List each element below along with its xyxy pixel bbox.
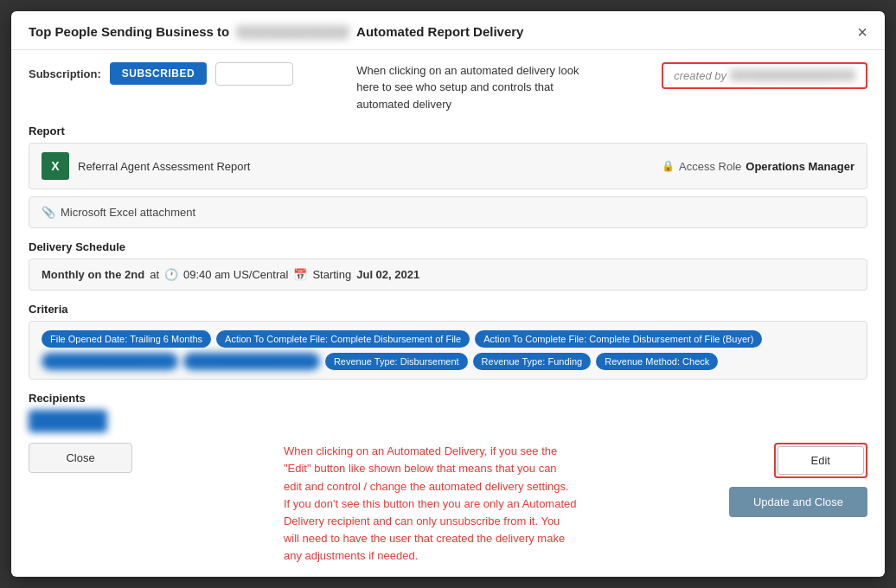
modal-body: Subscription: SUBSCRIBED When clicking o… [11,50,885,577]
criteria-tag-4: Revenue Type: Disbursement [325,353,468,370]
tooltip-text: When clicking on an automated delivery l… [348,62,607,113]
recipients-label: Recipients [29,392,867,405]
top-row: Subscription: SUBSCRIBED When clicking o… [29,62,867,113]
update-close-button[interactable]: Update and Close [729,487,867,517]
modal-title: Top People Sending Business to █████████… [29,24,523,39]
modal-dialog: Top People Sending Business to █████████… [11,11,885,577]
edit-button-wrapper: Edit [774,443,867,478]
annotation-text: When clicking on an Automated Delivery, … [284,443,578,565]
bottom-right: Edit Update and Close [729,443,867,517]
close-icon-button[interactable]: × [857,23,867,41]
title-blurred: ████████████ [236,25,349,39]
criteria-tag-5: Revenue Type: Funding [473,353,592,370]
created-by-label: created by [674,69,726,82]
criteria-tag-3: Action To Complete File: Complete Disbur… [475,330,762,348]
close-button[interactable]: Close [29,443,132,473]
bottom-left: Close [29,443,132,473]
access-role: 🔒 Access Role Operations Manager [662,160,854,173]
criteria-tag-blurred-2: ░░░░░░░░░░ [183,353,320,370]
report-section-label: Report [29,125,867,137]
modal-overlay: Top People Sending Business to █████████… [0,0,896,588]
recipient-chip: ██████ [29,410,107,432]
modal-header: Top People Sending Business to █████████… [11,11,885,50]
created-by-box: created by ██████████ [662,62,867,89]
delivery-section-label: Delivery Schedule [29,240,867,253]
criteria-box: File Opened Date: Trailing 6 Months Acti… [29,321,867,380]
criteria-tag-2: Action To Complete File: Complete Disbur… [216,330,470,348]
schedule-text: Monthly on the 2nd [42,268,144,281]
access-prefix: Access Role [679,160,741,173]
attachment-label: Microsoft Excel attachment [61,206,195,219]
report-left: X Referral Agent Assessment Report [42,152,250,180]
bottom-row: Close When clicking on an Automated Deli… [29,443,867,565]
delivery-box: Monthly on the 2nd at 🕐 09:40 am US/Cent… [29,259,867,291]
recipients-section: Recipients ██████ [29,392,867,432]
subscription-area: Subscription: SUBSCRIBED [29,62,293,86]
paperclip-icon: 📎 [42,206,55,219]
excel-icon: X [42,152,69,180]
subscribed-button[interactable]: SUBSCRIBED [110,62,207,85]
attachment-box: 📎 Microsoft Excel attachment [29,196,867,228]
criteria-section-label: Criteria [29,303,867,316]
lock-icon: 🔒 [662,160,675,172]
report-name: Referral Agent Assessment Report [78,160,250,173]
subscription-input[interactable] [215,62,293,86]
clock-icon: 🕐 [164,268,178,281]
criteria-tag-6: Revenue Method: Check [596,353,718,370]
edit-button[interactable]: Edit [778,446,864,475]
subscription-label: Subscription: [29,67,101,80]
schedule-date: Jul 02, 2021 [356,268,419,281]
schedule-time: 09:40 am US/Central [183,268,288,281]
criteria-tag-1: File Opened Date: Trailing 6 Months [42,330,211,348]
criteria-tag-blurred-1: ░░░░░░░░░░ [42,353,178,370]
title-suffix: Automated Report Delivery [356,24,523,39]
report-box: X Referral Agent Assessment Report 🔒 Acc… [29,143,867,189]
starting-text: Starting [312,268,351,281]
created-by-name-blurred: ██████████ [730,69,855,81]
access-role-value: Operations Manager [746,160,854,173]
title-prefix: Top People Sending Business to [29,24,229,39]
calendar-icon: 📅 [293,268,307,281]
at-text: at [150,268,159,281]
criteria-tags: File Opened Date: Trailing 6 Months Acti… [42,330,854,370]
